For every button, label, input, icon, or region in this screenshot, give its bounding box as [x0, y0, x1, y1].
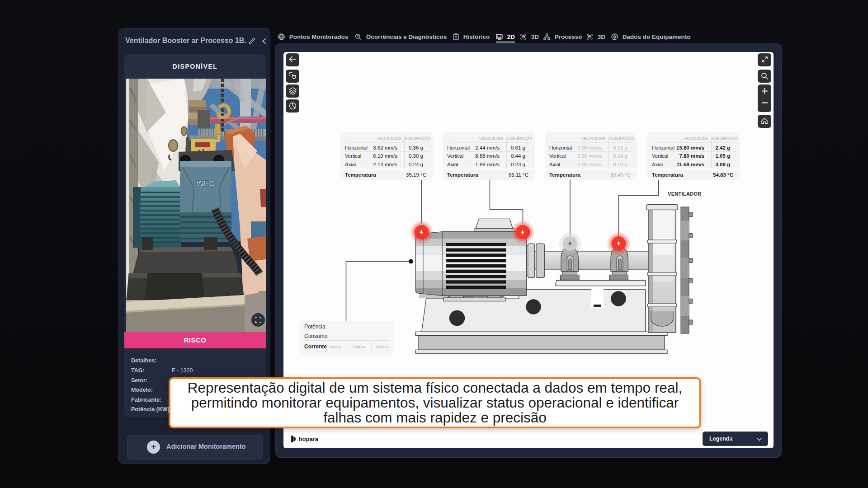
svg-text:WEG: WEG [197, 179, 215, 188]
